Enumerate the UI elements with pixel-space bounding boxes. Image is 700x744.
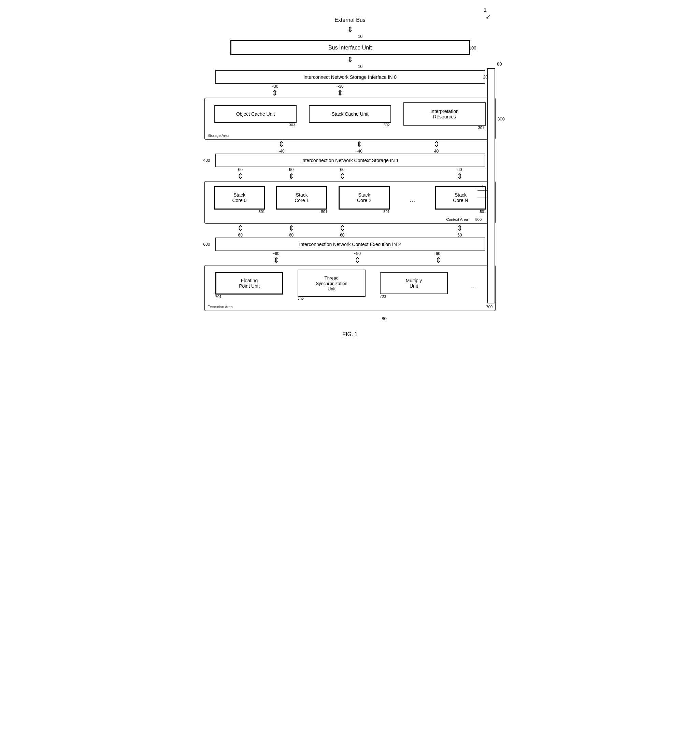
exec-ellipsis: ... (462, 282, 485, 289)
execution-area-section: Floating Point Unit 701 Thread Synchroni… (204, 265, 496, 311)
in0-row: Interconnect Network Storage Interface I… (197, 70, 504, 84)
arrows-50: 60 ⇕ 60 ⇕ 60 ⇕ 60 ⇕ (215, 167, 486, 181)
stack-cache-unit: Stack Cache Unit (309, 105, 391, 123)
arrows-60: ⇕ 60 ⇕ 60 ⇕ 60 ⇕ 60 (215, 224, 486, 238)
exec-area-ref: 700 (486, 305, 493, 309)
stack-core-0-col: Stack Core 0 501 (214, 186, 265, 214)
bus-connector-mid (478, 190, 488, 191)
bus-arrow-icon: ⇐ (481, 183, 486, 189)
interpretation-resources: Interpretation Resources (404, 103, 486, 126)
cores-row: Stack Core 0 501 Stack Core 1 501 Stack … (208, 186, 492, 214)
coreN-ref: 501 (480, 210, 486, 214)
external-bus-label: External Bus (197, 17, 504, 23)
exec-units-row: Floating Point Unit 701 Thread Synchroni… (208, 269, 492, 301)
diagram-container: 1 ↙ External Bus ⇕ 10 Bus Interface Unit… (197, 7, 504, 338)
object-cache-unit: Object Cache Unit (214, 105, 296, 123)
arrows-40: ⇕ ~40 ⇕ ~40 ⇕ 40 (215, 140, 486, 153)
storage-area-section: Object Cache Unit 303 Stack Cache Unit 3… (204, 98, 496, 140)
biu-row: Bus Interface Unit 100 (197, 40, 504, 55)
stack-core-2-col: Stack Core 2 501 (338, 186, 390, 214)
in1-ref: 400 (203, 158, 210, 163)
in0-box: Interconnect Network Storage Interface I… (215, 70, 486, 84)
in2-box: Interconnection Network Context Executio… (215, 238, 486, 251)
conn-10: 10 (207, 34, 514, 39)
arrows-30: ~30 ⇕ ~30 ⇕ (215, 84, 486, 98)
exec-area-label: Execution Area (207, 305, 233, 309)
scu-ref: 302 (384, 123, 390, 127)
stack-core-2: Stack Core 2 (338, 186, 390, 210)
storage-area-label: Storage Area (207, 134, 229, 138)
context-area-ref-label: Context Area (446, 217, 468, 222)
core2-ref: 501 (383, 210, 389, 214)
ir-ref: 301 (478, 126, 484, 130)
ref-arrow-icon: ↙ (486, 13, 491, 21)
conn-20: 10 (207, 64, 514, 69)
cores-ellipsis: ... (401, 196, 423, 204)
stack-core-1-col: Stack Core 1 501 (276, 186, 327, 214)
bus-80-ref: 80 (381, 316, 386, 321)
biu-ref: 100 (469, 45, 477, 51)
in2-ref: 600 (203, 242, 210, 247)
stack-core-1: Stack Core 1 (276, 186, 327, 210)
ocu-ref: 303 (289, 123, 295, 127)
mu-ref: 703 (380, 294, 386, 298)
floating-point-unit: Floating Point Unit (215, 272, 283, 295)
in1-row: 400 Interconnection Network Context Stor… (197, 153, 504, 167)
thread-sync-unit: Thread Synchronization Unit (298, 269, 365, 297)
context-area-ref-num: 500 (475, 217, 481, 222)
arrows-90: ~90 ⇕ ~90 ⇕ 90 ⇕ (215, 251, 486, 265)
tsu-ref: 702 (298, 297, 304, 301)
bus-80-label-row: 80 (197, 316, 504, 321)
storage-area-ref: 300 (497, 116, 505, 122)
bus-connector-mid2 (478, 198, 488, 198)
fpu-col: Floating Point Unit 701 (215, 272, 283, 299)
bus-interface-unit: Bus Interface Unit (230, 40, 470, 55)
core0-ref: 501 (259, 210, 265, 214)
fpu-ref: 701 (215, 295, 222, 299)
in2-row: Interconnection Network Context Executio… (197, 238, 504, 251)
interp-col: Interpretation Resources 301 (404, 103, 486, 130)
context-area-section: Stack Core 0 501 Stack Core 1 501 Stack … (204, 181, 496, 224)
bus-80-top-ref: 80 (497, 61, 502, 67)
object-cache-col: Object Cache Unit 303 (214, 105, 296, 127)
right-bus-bar: ⇐ (487, 68, 495, 304)
multiply-unit: Multiply Unit (380, 272, 448, 294)
core1-ref: 501 (321, 210, 327, 214)
diagram-ref: 1 (484, 7, 486, 13)
stack-cache-col: Stack Cache Unit 302 (309, 105, 391, 127)
stack-core-n-col: Stack Core N 501 (435, 186, 486, 214)
tsu-col: Thread Synchronization Unit 702 (298, 269, 365, 301)
stack-core-0: Stack Core 0 (214, 186, 265, 210)
mu-col: Multiply Unit 703 (380, 272, 448, 298)
arrow-external-bus: ⇕ (197, 25, 504, 34)
fig-label: FIG. 1 (197, 331, 504, 338)
arrow-biu-in0: ⇕ (197, 55, 504, 64)
storage-units-row: Object Cache Unit 303 Stack Cache Unit 3… (208, 103, 492, 130)
in1-box: Interconnection Network Context Storage … (215, 153, 486, 167)
